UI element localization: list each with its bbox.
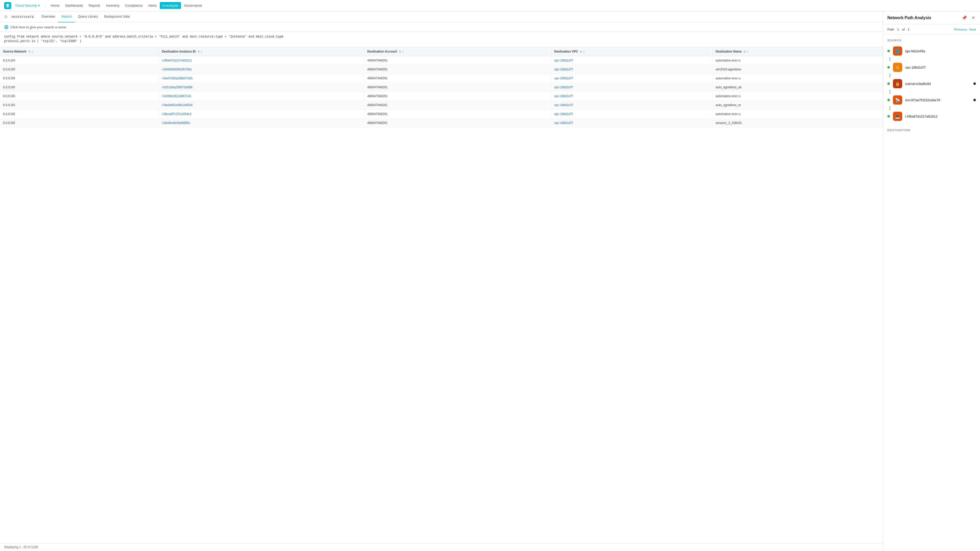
node-connector-line-2 bbox=[890, 90, 890, 94]
table-cell-source_network: 0.0.0.0/0 bbox=[0, 110, 159, 119]
table-cell-dest_vpc[interactable]: vpc-186d1d7f bbox=[551, 56, 713, 65]
table-cell-dest_instance_id[interactable]: i-0b49ce9cf3efd995c bbox=[159, 119, 364, 127]
table-row: 0.0.0.0/0i-0b49ce9cf3efd995c496947949261… bbox=[0, 119, 883, 127]
nav-item-investigate[interactable]: Investigate bbox=[160, 2, 181, 9]
path-navigation: Path 1 of 1 Previous Next bbox=[883, 24, 980, 35]
path-separator: of bbox=[902, 27, 905, 32]
path-nodes: 🌐igw-feb2e49a🔒vpc-186d1d7f🔒subnet-e3ad8c… bbox=[887, 45, 976, 122]
path-current: 1 bbox=[896, 27, 900, 32]
col-header-source_network[interactable]: Source Network ⇅⣿ bbox=[0, 47, 159, 56]
table-cell-dest_vpc[interactable]: vpc-186d1d7f bbox=[551, 92, 713, 101]
node-dot-1 bbox=[887, 66, 890, 68]
table-cell-source_network: 0.0.0.0/0 bbox=[0, 119, 159, 127]
path-nav-buttons: Previous Next bbox=[954, 27, 976, 32]
nav-item-dashboards[interactable]: Dashboards bbox=[62, 2, 86, 9]
table-cell-dest_account: 496947949261 bbox=[364, 83, 551, 92]
table-row: 0.0.0.0/0i-0bda881b49b1b9534496947949261… bbox=[0, 101, 883, 110]
table-row: 0.0.0.0/0i-0bcedf7c37e2454e3496947949261… bbox=[0, 110, 883, 119]
table-cell-source_network: 0.0.0.0/0 bbox=[0, 92, 159, 101]
node-dot-4 bbox=[887, 115, 890, 118]
results-table: Source Network ⇅⣿Destination Instance ID… bbox=[0, 47, 883, 127]
path-node-3[interactable]: 📡eni-0f7ae7f3310cebe79 bbox=[887, 94, 976, 106]
next-button[interactable]: Next bbox=[969, 27, 976, 32]
node-icon-vpc: 🔒 bbox=[893, 63, 902, 72]
path-node-0[interactable]: 🌐igw-feb2e49a bbox=[887, 45, 976, 57]
nav-item-inventory[interactable]: Inventory bbox=[103, 2, 122, 9]
nav-item-reports[interactable]: Reports bbox=[86, 2, 103, 9]
tab-background-jobs[interactable]: Background Jobs bbox=[101, 11, 133, 22]
status-bar: Displaying 1 - 25 of 1229 bbox=[0, 543, 883, 551]
table-row: 0.0.0.0/0i-0c51dda230873a698496947949261… bbox=[0, 83, 883, 92]
nav-item-governance[interactable]: Governance bbox=[181, 2, 205, 9]
table-cell-dest_vpc[interactable]: vpc-186d1d7f bbox=[551, 101, 713, 110]
close-button[interactable]: ✕ bbox=[970, 15, 976, 21]
table-cell-dest_name: auto_agnetless_re bbox=[713, 101, 883, 110]
pin-button[interactable]: 📌 bbox=[961, 15, 968, 21]
table-cell-dest_instance_id[interactable]: i-0ef4a5b408c0b749a bbox=[159, 65, 364, 74]
nav-item-alerts[interactable]: Alerts bbox=[146, 2, 159, 9]
tab-query-library[interactable]: Query Library bbox=[75, 11, 101, 22]
tab-search[interactable]: Search bbox=[58, 11, 75, 22]
cloud-security-button[interactable]: Cloud Security ▾ bbox=[13, 3, 42, 8]
investigate-bar: ⊙ INVESTIGATE OverviewSearchQuery Librar… bbox=[0, 11, 883, 22]
nav-item-compliance[interactable]: Compliance bbox=[123, 2, 145, 9]
table-cell-source_network: 0.0.0.0/0 bbox=[0, 83, 159, 92]
table-cell-dest_instance_id[interactable]: i-0bcedf7c37e2454e3 bbox=[159, 110, 364, 119]
table-cell-dest_vpc[interactable]: vpc-186d1d7f bbox=[551, 119, 713, 127]
table-header-row: Source Network ⇅⣿Destination Instance ID… bbox=[0, 47, 883, 56]
search-name-bar: 🌐 Click here to give your search a name bbox=[0, 22, 883, 32]
path-node-1[interactable]: 🔒vpc-186d1d7f bbox=[887, 61, 976, 73]
previous-button[interactable]: Previous bbox=[954, 27, 967, 32]
node-icon-subnet: 🔒 bbox=[893, 79, 902, 88]
node-connector-line-1 bbox=[890, 73, 890, 78]
table-cell-dest_instance_id[interactable]: i-0bda881b49b1b9534 bbox=[159, 101, 364, 110]
table-cell-source_network: 0.0.0.0/0 bbox=[0, 74, 159, 83]
table-cell-dest_vpc[interactable]: vpc-186d1d7f bbox=[551, 65, 713, 74]
table-row: 0.0.0.0/0i-0ef4a5b408c0b749a496947949261… bbox=[0, 65, 883, 74]
table-cell-dest_instance_id[interactable]: i-0c0bfe28124967c41 bbox=[159, 92, 364, 101]
table-cell-dest_account: 496947949261 bbox=[364, 74, 551, 83]
table-cell-dest_instance_id[interactable]: i-0f6e87d1017e81612 bbox=[159, 56, 364, 65]
table-cell-source_network: 0.0.0.0/0 bbox=[0, 65, 159, 74]
table-cell-source_network: 0.0.0.0/0 bbox=[0, 101, 159, 110]
path-content: SOURCE 🌐igw-feb2e49a🔒vpc-186d1d7f🔒subnet… bbox=[883, 35, 980, 551]
app-logo bbox=[4, 2, 11, 9]
node-name-4: i-0f6e87d1017e81612 bbox=[905, 114, 938, 118]
table-cell-dest_vpc[interactable]: vpc-186d1d7f bbox=[551, 110, 713, 119]
panel-header-actions: 📌 ✕ bbox=[961, 15, 976, 21]
table-cell-dest_name: automation-encr-s bbox=[713, 92, 883, 101]
table-cell-dest_account: 496947949261 bbox=[364, 56, 551, 65]
query-box[interactable]: config from network where source.network… bbox=[0, 32, 883, 47]
node-name-1: vpc-186d1d7f bbox=[905, 65, 925, 69]
search-name-input[interactable]: Click here to give your search a name bbox=[11, 25, 66, 29]
table-cell-dest_account: 496947949261 bbox=[364, 65, 551, 74]
table-cell-dest_name: automation-encr-u bbox=[713, 74, 883, 83]
nav-item-home[interactable]: Home bbox=[48, 2, 62, 9]
col-header-dest_account[interactable]: Destination Account ⇅⣿ bbox=[364, 47, 551, 56]
table-cell-dest_account: 496947949261 bbox=[364, 110, 551, 119]
table-cell-dest_instance_id[interactable]: i-0c51dda230873a698 bbox=[159, 83, 364, 92]
investigate-tabs: OverviewSearchQuery LibraryBackground Jo… bbox=[38, 11, 133, 22]
node-icon-igw: 🌐 bbox=[893, 46, 902, 56]
table-row: 0.0.0.0/0i-0f6e87d1017e81612496947949261… bbox=[0, 56, 883, 65]
table-row: 0.0.0.0/0i-0ed7e38a2d8b07d2b496947949261… bbox=[0, 74, 883, 83]
table-cell-dest_vpc[interactable]: vpc-186d1d7f bbox=[551, 83, 713, 92]
node-dot-3 bbox=[887, 99, 890, 101]
node-icon-eni: 📡 bbox=[893, 95, 902, 105]
table-cell-dest_instance_id[interactable]: i-0ed7e38a2d8b07d2b bbox=[159, 74, 364, 83]
path-node-2[interactable]: 🔒subnet-e3ad8c84 bbox=[887, 78, 976, 90]
table-cell-dest_vpc[interactable]: vpc-186d1d7f bbox=[551, 74, 713, 83]
panel-title: Network Path Analysis bbox=[887, 16, 931, 20]
table-row: 0.0.0.0/0i-0c0bfe28124967c41496947949261… bbox=[0, 92, 883, 101]
node-black-dot-2 bbox=[974, 83, 976, 85]
node-dot-0 bbox=[887, 50, 890, 52]
col-header-dest_instance_id[interactable]: Destination Instance ID ⇅⣿ bbox=[159, 47, 364, 56]
col-header-dest_name[interactable]: Destination Name ⇅⣿ bbox=[713, 47, 883, 56]
investigate-label: INVESTIGATE bbox=[11, 15, 34, 18]
path-node-4[interactable]: 💻i-0f6e87d1017e81612 bbox=[887, 110, 976, 122]
tab-overview[interactable]: Overview bbox=[38, 11, 58, 22]
node-name-0: igw-feb2e49a bbox=[905, 49, 925, 53]
globe-icon: 🌐 bbox=[4, 25, 8, 29]
top-navigation: Cloud Security ▾ HomeDashboardsReportsIn… bbox=[0, 0, 980, 11]
col-header-dest_vpc[interactable]: Destination VPC ⇅⣿ bbox=[551, 47, 713, 56]
